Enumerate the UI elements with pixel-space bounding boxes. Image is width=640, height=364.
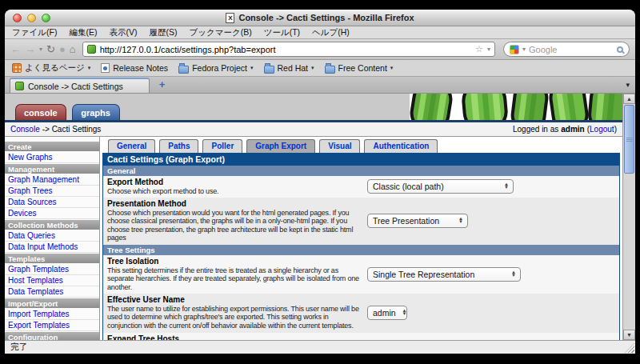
bookmark-[interactable]: よく見るページ▾	[12, 62, 90, 74]
close-window-button[interactable]	[13, 14, 22, 22]
sidebar-header-configuration: Configuration	[5, 332, 99, 340]
menu-item-3[interactable]: 履歴(S)	[149, 27, 177, 38]
bookmark-red-hat[interactable]: Red Hat▾	[264, 63, 314, 74]
new-tab-button[interactable]: +	[156, 78, 168, 90]
sidebar-item-new-graphs[interactable]: New Graphs	[5, 152, 99, 163]
settings-tab-visual[interactable]: Visual	[319, 139, 360, 153]
menu-item-5[interactable]: ツール(T)	[264, 27, 300, 38]
settings-tab-graph-export[interactable]: Graph Export	[246, 139, 315, 153]
firefox-window: X Console -> Cacti Settings - Mozilla Fi…	[5, 10, 635, 354]
menu-item-6[interactable]: ヘルプ(H)	[312, 27, 350, 38]
history-dropdown-icon[interactable]: ▾	[39, 46, 42, 53]
window-controls	[13, 14, 50, 22]
settings-tab-authentication[interactable]: Authentication	[364, 139, 438, 153]
sidebar-item-devices[interactable]: Devices	[5, 208, 99, 219]
login-user: admin	[561, 125, 584, 134]
export-method-select[interactable]: Classic (local path)▲▼	[367, 179, 514, 194]
cacti-tab-console[interactable]: console	[15, 104, 66, 120]
sidebar-item-data-templates[interactable]: Data Templates	[5, 286, 99, 298]
back-icon[interactable]: ←	[10, 44, 21, 54]
sidebar-item-data-sources[interactable]: Data Sources	[5, 197, 99, 208]
title-bar[interactable]: X Console -> Cacti Settings - Mozilla Fi…	[5, 10, 635, 26]
setting-name: Presentation Method	[107, 199, 361, 209]
browser-tab[interactable]: Console -> Cacti Settings	[10, 78, 150, 93]
setting-label-cell: Expand Tree HostsThis settings determine…	[107, 334, 367, 340]
settings-tabs: GeneralPathsPollerGraph ExportVisualAuth…	[102, 137, 620, 153]
sidebar-item-data-input-methods[interactable]: Data Input Methods	[5, 242, 99, 253]
logout-link[interactable]: Logout	[590, 125, 614, 134]
setting-name: Export Method	[107, 178, 361, 187]
sidebar-header-create: Create	[5, 142, 99, 151]
sidebar-header-management: Management	[5, 164, 99, 174]
home-icon[interactable]: ⌂	[70, 44, 76, 54]
scrollbar-thumb[interactable]	[624, 105, 634, 174]
sidebar: CreateNew GraphsManagementGraph Manageme…	[5, 137, 100, 340]
search-input[interactable]: Google	[529, 45, 614, 54]
select-value: Classic (local path)	[373, 182, 444, 191]
bookmark-fedora-project[interactable]: Fedora Project▾	[178, 63, 253, 74]
bookmark-label: Free Content	[338, 63, 387, 73]
cacti-tab-graphs[interactable]: graphs	[72, 104, 120, 120]
url-text[interactable]: http://127.0.0.1/cacti/settings.php?tab=…	[100, 45, 471, 54]
url-dropdown-icon[interactable]: ▾	[487, 46, 490, 53]
select-value: admin	[373, 308, 396, 318]
folder-icon	[178, 66, 189, 74]
menu-item-4[interactable]: ブックマーク(B)	[189, 27, 251, 38]
search-icon[interactable]	[617, 46, 623, 53]
reload-icon[interactable]: ↻	[46, 44, 55, 54]
settings-tab-paths[interactable]: Paths	[159, 139, 198, 153]
settings-tab-poller[interactable]: Poller	[202, 139, 242, 153]
setting-label-cell: Tree IsolationThis setting determines if…	[107, 257, 367, 291]
navigation-toolbar: ← → ▾ ↻ ● ⌂ http://127.0.0.1/cacti/setti…	[5, 39, 635, 60]
sidebar-item-data-queries[interactable]: Data Queries	[5, 230, 99, 242]
folder-icon	[325, 66, 335, 74]
effective-user-name-select[interactable]: admin▲▼	[367, 306, 407, 320]
sidebar-item-graph-templates[interactable]: Graph Templates	[5, 264, 99, 275]
page-title: Cacti Settings (Graph Export)	[103, 154, 619, 166]
scroll-up-icon[interactable]: ▲	[623, 94, 635, 104]
minimize-window-button[interactable]	[27, 14, 36, 22]
menu-item-2[interactable]: 表示(V)	[109, 27, 137, 38]
bookmarks-toolbar: よく見るページ▾Release NotesFedora Project▾Red …	[5, 60, 635, 77]
sidebar-item-import-templates[interactable]: Import Templates	[5, 309, 99, 320]
tree-isolation-select[interactable]: Single Tree Representation▲▼	[367, 267, 521, 282]
url-bar[interactable]: http://127.0.0.1/cacti/settings.php?tab=…	[82, 42, 495, 57]
site-favicon	[87, 45, 96, 54]
settings-sections: GeneralExport MethodChoose which export …	[103, 166, 619, 340]
menu-item-1[interactable]: 編集(E)	[69, 27, 97, 38]
down-arrow-icon: ▼	[458, 221, 463, 224]
bookmark-free-content[interactable]: Free Content▾	[325, 63, 394, 74]
sidebar-item-host-templates[interactable]: Host Templates	[5, 275, 99, 286]
breadcrumb-console-link[interactable]: Console	[10, 125, 40, 134]
sidebar-item-export-templates[interactable]: Export Templates	[5, 320, 99, 331]
login-paren: (Logout)	[587, 125, 617, 134]
breadcrumb: Console -> Cacti Settings	[10, 125, 101, 134]
settings-tab-general[interactable]: General	[108, 139, 155, 153]
setting-description: This setting determines if the entire tr…	[107, 266, 361, 292]
page-scrollbar[interactable]: ▲ ▼	[622, 94, 635, 340]
settings-row-presentation-method: Presentation MethodChoose which presenta…	[103, 198, 619, 245]
search-engine-dropdown-icon[interactable]: ▾	[522, 46, 526, 53]
bookmark-star-icon[interactable]: ☆	[475, 44, 483, 54]
menu-item-0[interactable]: ファイル(F)	[12, 27, 57, 38]
sidebar-item-graph-management[interactable]: Graph Management	[5, 174, 99, 186]
select-stepper-icon: ▲▼	[504, 183, 509, 189]
presentation-method-select[interactable]: Tree Presentation▲▼	[367, 214, 468, 228]
scrollbar-track[interactable]	[623, 104, 635, 330]
bookmark-label: Release Notes	[113, 63, 168, 73]
bookmark-release-notes[interactable]: Release Notes	[101, 63, 168, 73]
scroll-down-icon[interactable]: ▼	[623, 330, 635, 340]
select-value: Single Tree Representation	[373, 270, 474, 279]
setting-name: Tree Isolation	[107, 257, 361, 266]
stop-icon[interactable]: ●	[59, 44, 66, 54]
forward-icon[interactable]: →	[25, 44, 35, 54]
search-bar[interactable]: ▾ Google	[503, 42, 630, 57]
zoom-window-button[interactable]	[42, 14, 50, 22]
section-header-tree-settings: Tree Settings	[103, 245, 619, 255]
tab-list-icon[interactable]: ▾	[626, 81, 630, 89]
google-icon	[510, 45, 519, 54]
status-text: 完了	[10, 342, 27, 353]
resize-grip[interactable]	[625, 343, 634, 353]
sidebar-header-templates: Templates	[5, 254, 99, 263]
sidebar-item-graph-trees[interactable]: Graph Trees	[5, 186, 99, 197]
